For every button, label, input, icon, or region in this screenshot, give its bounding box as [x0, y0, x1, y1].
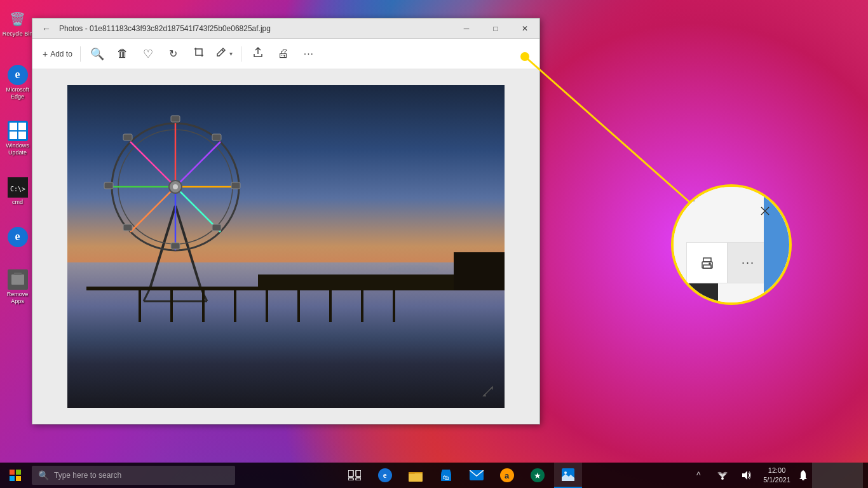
- store-taskbar-button[interactable]: 🛍: [432, 463, 460, 488]
- photo-display: [67, 85, 505, 408]
- print-icon: 🖨: [278, 47, 289, 60]
- mail-taskbar-button[interactable]: [463, 463, 491, 488]
- more-button[interactable]: ···: [297, 43, 320, 65]
- svg-rect-53: [703, 265, 711, 268]
- toolbar-divider-2: [241, 46, 241, 62]
- delete-button[interactable]: 🗑: [111, 43, 134, 65]
- callout-action-buttons: ···: [686, 242, 769, 283]
- svg-rect-5: [10, 132, 17, 139]
- svg-rect-3: [10, 123, 17, 130]
- edit-icon: [215, 46, 227, 61]
- minimize-button[interactable]: ─: [452, 18, 481, 39]
- svg-rect-10: [11, 274, 24, 285]
- edge-taskbar-button[interactable]: e: [371, 463, 399, 488]
- zoom-icon: 🔍: [90, 47, 104, 61]
- expand-button[interactable]: [479, 383, 497, 400]
- window-controls: ─ □ ✕: [452, 18, 539, 39]
- notification-button[interactable]: [796, 463, 811, 488]
- svg-text:C:\>: C:\>: [10, 186, 25, 193]
- svg-rect-56: [16, 470, 21, 475]
- svg-rect-58: [16, 476, 21, 481]
- svg-rect-11: [14, 273, 22, 275]
- starbucks-taskbar-button[interactable]: ★: [524, 463, 552, 488]
- desktop-icons: 🗑️ Recycle Bin e Microsoft Edge Windows …: [0, 0, 35, 488]
- favorite-button[interactable]: ♡: [137, 43, 159, 65]
- taskbar-right: ^ 12:00 5/1/2021: [687, 463, 868, 488]
- zoom-callout: ···: [671, 184, 792, 305]
- zoom-button[interactable]: 🔍: [86, 43, 109, 65]
- svg-rect-6: [18, 132, 26, 139]
- callout-inner: ···: [674, 187, 789, 302]
- callout-close-button[interactable]: [754, 200, 776, 222]
- starbucks-icon: ★: [531, 468, 545, 482]
- taskbar: 🔍 Type here to search e: [0, 463, 868, 488]
- desktop-show-button[interactable]: [812, 463, 863, 488]
- search-placeholder-text: Type here to search: [54, 471, 121, 480]
- show-hidden-icons-button[interactable]: ^: [687, 463, 710, 488]
- windows-update-label: Windows Update: [3, 142, 33, 156]
- svg-point-54: [709, 263, 710, 264]
- pier-posts: [105, 290, 454, 322]
- edge-taskbar-icon: e: [378, 468, 392, 482]
- building-right: [454, 252, 505, 290]
- network-icon[interactable]: [711, 463, 734, 488]
- start-button[interactable]: [0, 463, 31, 488]
- svg-line-26: [175, 142, 220, 187]
- photos-window: ← Photos - 01e811183c43f93c82d187541f743…: [32, 18, 540, 424]
- svg-line-24: [130, 142, 175, 187]
- svg-rect-37: [123, 224, 132, 231]
- svg-point-69: [564, 471, 567, 474]
- add-to-button[interactable]: + Add to: [40, 43, 75, 65]
- dark-corner: [674, 283, 718, 302]
- back-button[interactable]: ←: [37, 20, 55, 37]
- callout-more-label: ···: [742, 256, 755, 269]
- photos-taskbar-button[interactable]: [554, 463, 582, 488]
- volume-icon[interactable]: [735, 463, 758, 488]
- delete-icon: 🗑: [117, 47, 128, 60]
- corner-bracket: [686, 196, 699, 209]
- remove-apps-icon[interactable]: Remove Apps: [1, 267, 34, 308]
- clock-display[interactable]: 12:00 5/1/2021: [759, 466, 794, 485]
- window-title: Photos - 01e811183c43f93c82d187541f743f2…: [55, 24, 452, 33]
- svg-line-48: [484, 391, 488, 396]
- close-button[interactable]: ✕: [510, 18, 539, 39]
- svg-rect-52: [703, 258, 711, 262]
- image-area: [32, 69, 539, 424]
- add-icon: +: [43, 49, 48, 59]
- edit-button[interactable]: ▾: [213, 43, 236, 65]
- svg-line-12: [222, 50, 224, 51]
- explorer-taskbar-button[interactable]: [402, 463, 430, 488]
- search-bar[interactable]: 🔍 Type here to search: [32, 466, 235, 485]
- windows-update-icon[interactable]: Windows Update: [1, 118, 34, 159]
- share-button[interactable]: [247, 43, 269, 65]
- callout-print-button[interactable]: [686, 242, 728, 283]
- crop-button[interactable]: [187, 43, 210, 65]
- callout-more-button[interactable]: ···: [728, 242, 769, 283]
- microsoft-edge-icon[interactable]: e Microsoft Edge: [1, 62, 34, 103]
- cmd-label: cmd: [12, 199, 23, 206]
- svg-rect-4: [18, 123, 26, 130]
- amazon-taskbar-button[interactable]: a: [493, 463, 521, 488]
- recycle-bin-label: Recycle Bin: [3, 30, 33, 37]
- rotate-icon: ↻: [169, 48, 177, 60]
- svg-rect-60: [356, 470, 361, 477]
- taskbar-center-icons: e 🛍: [235, 463, 687, 488]
- rotate-button[interactable]: ↻: [162, 43, 185, 65]
- task-view-button[interactable]: [341, 463, 369, 488]
- svg-rect-55: [10, 470, 15, 475]
- svg-rect-33: [231, 182, 240, 189]
- svg-line-47: [488, 387, 492, 391]
- svg-rect-36: [212, 134, 221, 140]
- svg-rect-59: [348, 470, 353, 477]
- edge2-icon[interactable]: e: [1, 224, 34, 251]
- maximize-button[interactable]: □: [481, 18, 510, 39]
- print-button[interactable]: 🖨: [272, 43, 295, 65]
- svg-rect-62: [356, 478, 361, 480]
- recycle-bin-icon[interactable]: 🗑️ Recycle Bin: [1, 6, 34, 40]
- chevron-icon: ^: [696, 470, 701, 480]
- share-icon: [252, 46, 264, 61]
- crop-icon: [193, 46, 205, 61]
- cmd-icon[interactable]: C:\> cmd: [1, 175, 34, 208]
- remove-apps-label: Remove Apps: [3, 291, 33, 305]
- svg-point-70: [721, 477, 724, 480]
